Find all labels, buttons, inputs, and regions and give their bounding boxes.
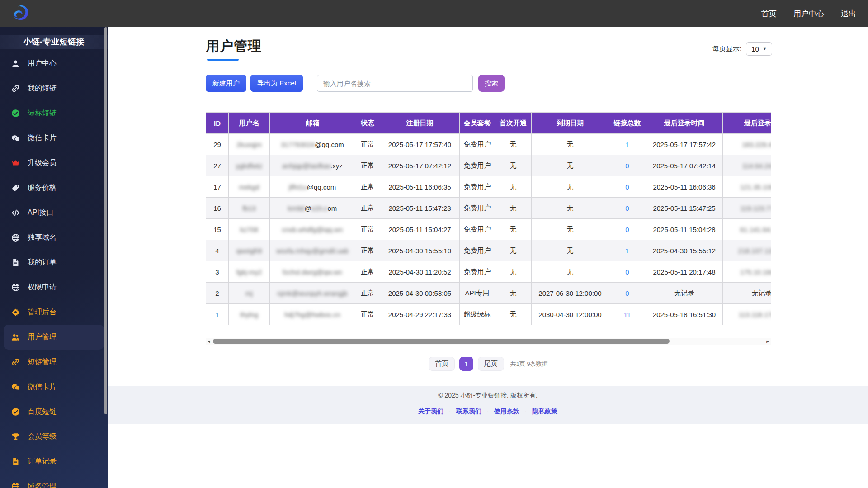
cell-links-count[interactable]: 0 (609, 219, 646, 240)
cell-username: mj (229, 283, 270, 304)
sidebar-item-admin-panel[interactable]: 管理后台 (0, 300, 108, 325)
cell-links-count[interactable]: 1 (609, 240, 646, 261)
cell-first-open: 无 (495, 176, 532, 198)
sidebar-item-member-levels[interactable]: 会员等级 (0, 424, 108, 449)
pagination-first-button[interactable]: 首页 (429, 357, 455, 371)
per-page-select[interactable]: 10 ▼ (746, 42, 772, 56)
new-user-button[interactable]: 新建用户 (206, 75, 246, 92)
sidebar-item-green-short-links[interactable]: 绿标短链 (0, 101, 108, 126)
cell-plan: 免费用户 (460, 176, 495, 198)
sidebar-item-my-orders[interactable]: 我的订单 (0, 250, 108, 275)
person-icon (11, 59, 20, 68)
cell-status: 正常 (355, 155, 380, 176)
users-icon (11, 333, 20, 341)
sidebar-item-exclusive-domain[interactable]: 独享域名 (0, 225, 108, 250)
sidebar-item-label: 用户管理 (28, 332, 57, 342)
link-icon (11, 84, 20, 93)
footer-link-contact[interactable]: 联系我们 (456, 407, 481, 416)
trophy-icon (11, 432, 20, 441)
sidebar-item-domain-management[interactable]: 域名管理 (0, 474, 108, 488)
footer-link-separator: · (487, 408, 489, 415)
scroll-right-arrow-icon[interactable]: ► (764, 339, 771, 344)
search-input[interactable] (317, 75, 473, 92)
scrollbar-thumb[interactable] (213, 339, 670, 344)
cell-expire: 2030-04-30 12:00:00 (532, 304, 609, 325)
sidebar-item-permission-apply[interactable]: 权限申请 (0, 275, 108, 300)
sidebar-item-label: 百度短链 (28, 407, 57, 417)
table-row: 27ygkdfwtzanhjqp@tasfkav.xyz正常2025-05-17… (206, 155, 771, 176)
pagination-last-button[interactable]: 尾页 (478, 357, 504, 371)
sidebar-item-label: 订单记录 (28, 457, 57, 466)
pagination-page-1-button[interactable]: 1 (459, 357, 473, 371)
cell-last-login: 无记录 (646, 283, 723, 304)
footer-link-about[interactable]: 关于我们 (418, 407, 443, 416)
horizontal-scrollbar[interactable]: ◄ ► (206, 338, 771, 345)
nav-link-home[interactable]: 首页 (761, 9, 777, 19)
column-header: 到期日期 (532, 113, 609, 134)
globe-icon (11, 233, 20, 242)
cell-first-open: 无 (495, 261, 532, 283)
cell-last-ip: 175.10.184.12 (723, 261, 771, 283)
cell-registered: 2025-04-30 00:58:05 (380, 283, 460, 304)
sidebar-item-service-pricing[interactable]: 服务价格 (0, 175, 108, 200)
column-header: ID (206, 113, 229, 134)
sidebar-scrollbar-thumb[interactable] (104, 27, 107, 414)
nav-link-user-center[interactable]: 用户中心 (793, 9, 824, 19)
cell-links-count[interactable]: 0 (609, 176, 646, 198)
sidebar-item-label: API接口 (28, 208, 54, 218)
table-row: 17mekgdjlfht1u@qq.com正常2025-05-11 16:06:… (206, 176, 771, 198)
export-excel-button[interactable]: 导出为 Excel (250, 75, 303, 92)
cell-status: 正常 (355, 304, 380, 325)
cell-links-count[interactable]: 1 (609, 134, 646, 155)
column-header: 状态 (355, 113, 380, 134)
scroll-left-arrow-icon[interactable]: ◄ (206, 339, 212, 344)
cell-first-open: 无 (495, 240, 532, 261)
cell-links-count[interactable]: 0 (609, 198, 646, 219)
cell-links-count[interactable]: 0 (609, 261, 646, 283)
table-row: 15kz708cnxb.whdfg@iqq.wn正常2025-05-11 15:… (206, 219, 771, 240)
table-row: 3fgkj-my2fzchsl.dwrg@qw.wn正常2025-04-30 1… (206, 261, 771, 283)
scrollbar-track[interactable] (212, 339, 764, 344)
per-page-label: 每页显示: (712, 45, 741, 53)
sidebar-item-order-records[interactable]: 订单记录 (0, 449, 108, 474)
sidebar-item-my-short-links[interactable]: 我的短链 (0, 76, 108, 101)
sidebar-item-wechat-card[interactable]: 微信卡片 (0, 126, 108, 151)
sidebar-item-link-management[interactable]: 短链管理 (0, 350, 108, 374)
code-icon (11, 208, 20, 217)
footer-link-privacy[interactable]: 隐私政策 (532, 407, 557, 416)
sidebar-item-baidu-short-links[interactable]: 百度短链 (0, 399, 108, 424)
sidebar-item-label: 绿标短链 (28, 109, 57, 118)
column-header: 用户名 (229, 113, 270, 134)
footer-link-terms[interactable]: 使用条款 (494, 407, 519, 416)
sidebar-item-label: 会员等级 (28, 432, 57, 441)
cell-links-count[interactable]: 0 (609, 283, 646, 304)
sidebar-item-user-center[interactable]: 用户中心 (0, 51, 108, 76)
cell-username: 2kuxqjm (229, 134, 270, 155)
sidebar-item-wechat-card-admin[interactable]: 微信卡片 (0, 374, 108, 399)
pagination: 首页1尾页共1页 9条数据 (206, 357, 771, 371)
sidebar: 小链-专业短链接 用户中心我的短链绿标短链微信卡片升级会员服务价格API接口独享… (0, 27, 108, 488)
sidebar-item-label: 权限申请 (28, 283, 57, 292)
sidebar-item-label: 用户中心 (28, 59, 57, 68)
cell-last-login: 2025-05-17 07:42:14 (646, 155, 723, 176)
cell-username: fgkj-my2 (229, 261, 270, 283)
sidebar-item-upgrade-vip[interactable]: 升级会员 (0, 151, 108, 175)
nav-link-logout[interactable]: 退出 (841, 9, 856, 19)
cell-links-count[interactable]: 0 (609, 155, 646, 176)
sidebar-item-api[interactable]: API接口 (0, 200, 108, 225)
tag-icon (11, 184, 20, 192)
sidebar-item-label: 我的短链 (28, 84, 57, 93)
cell-links-count[interactable]: 11 (609, 304, 646, 325)
cell-first-open: 无 (495, 219, 532, 240)
cell-plan: API专用 (460, 283, 495, 304)
column-header: 最后登录 IP (723, 113, 771, 134)
check-circle-icon (11, 407, 20, 416)
cell-id: 17 (206, 176, 229, 198)
cell-email: anhjqp@tasfkav.xyz (270, 155, 355, 176)
search-button[interactable]: 搜索 (478, 75, 505, 92)
sidebar-item-user-management[interactable]: 用户管理 (4, 325, 104, 350)
cell-last-ip: 121.35.106.88 (723, 176, 771, 198)
sidebar-item-label: 微信卡片 (28, 133, 57, 143)
cell-first-open: 无 (495, 304, 532, 325)
cell-last-ip: 183.229.46.2 (723, 134, 771, 155)
